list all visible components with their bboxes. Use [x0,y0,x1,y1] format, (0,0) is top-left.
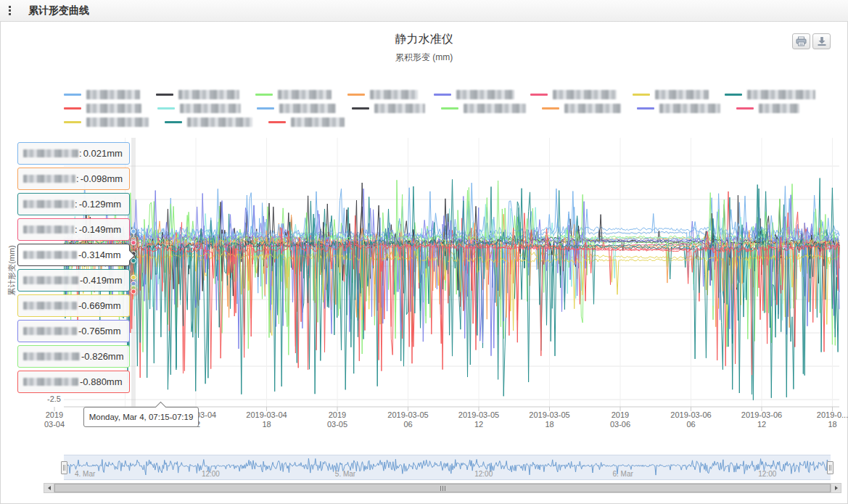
date-range-tooltip: Monday, Mar 4, 07:15-07:19 [83,407,199,427]
scrollbar-left-arrow[interactable] [44,484,54,492]
navigator-label: 12:00 [758,470,776,478]
series-tooltip-box: -0.765mm [17,320,130,342]
tooltip-separator: : [75,199,78,210]
navigator[interactable]: 4. Mar12:005. Mar12:006. Mar12:00 [64,455,831,480]
tooltip-value: -0.765mm [78,326,121,336]
series-tooltip-box: :-0.129mm [17,193,130,215]
tooltip-value: -0.149mm [79,224,122,235]
tooltip-value: -0.669mm [78,300,121,311]
navigator-series [64,455,831,479]
series-tooltip-box: :-0.149mm [17,218,130,241]
tooltip-value: -0.880mm [80,376,123,387]
series-tooltip-box: -0.880mm [17,371,130,393]
navigator-label: 12:00 [202,470,220,478]
x-axis-label: 2019-03-0512 [445,410,512,429]
series-tooltip-box: -0.314mm [17,244,130,266]
series-tooltip-box: -0.669mm [17,294,130,317]
horizontal-scrollbar[interactable] [44,483,841,493]
navigator-label: 12:00 [474,470,493,478]
scrollbar-thumb[interactable] [54,484,831,492]
tooltip-label-blurred [23,226,74,234]
x-axis-label: 2019-03-0418 [234,410,300,429]
tooltip-separator: : [76,173,79,184]
series-tooltip-box: -0.826mm [17,345,130,368]
navigator-label: 4. Mar [75,470,95,478]
tooltip-label-blurred [23,149,78,157]
date-range-text: Monday, Mar 4, 07:15-07:19 [89,413,194,421]
tooltip-value: -0.826mm [81,351,124,362]
navigator-right-handle[interactable] [827,461,833,474]
x-axis-label: 201903-04 [21,410,88,429]
left-arrow-icon [48,486,51,490]
x-axis-label: 201903-05 [304,410,371,429]
tooltip-label-blurred [23,175,75,183]
tooltip-separator: : [79,148,82,159]
tooltip-label-blurred [23,352,80,360]
series-tooltip-box: -0.419mm [17,269,130,292]
navigator-label: 6. Mar [612,470,633,478]
tooltip-value: -0.419mm [80,275,123,286]
tooltip-label-blurred [23,302,77,310]
navigator-label: 5. Mar [335,470,355,478]
x-axis-label: 2019-03-0606 [658,410,725,429]
tooltip-label-blurred [23,327,77,335]
scrollbar-right-arrow[interactable] [831,484,841,492]
x-axis-label: 2019-03-0518 [516,410,583,429]
tooltip-value: -0.098mm [81,173,123,184]
navigator-left-handle[interactable] [61,461,67,474]
tooltip-label-blurred [23,251,77,259]
tooltip-value: -0.314mm [78,249,121,260]
x-axis-label: 2019-03-0612 [728,410,795,429]
tooltip-label-blurred [23,200,74,208]
tooltip-label-blurred [23,276,78,284]
tooltip-label-blurred [23,378,78,386]
tooltip-separator: : [75,224,78,235]
series-tooltip-box: :0.021mm [17,142,130,165]
y-axis-title: 累计形变(mm) [7,228,17,313]
x-axis-label: 2019-0...18 [799,410,848,429]
right-arrow-icon [835,486,838,490]
tooltip-value: 0.021mm [83,148,123,159]
series-tooltip-box: :-0.098mm [17,168,130,190]
x-axis-label: 2019-03-0506 [375,410,442,429]
x-axis-label: 201903-06 [587,410,654,429]
tooltip-value: -0.129mm [79,199,122,210]
y-axis-tick-label: -2.5 [33,394,61,403]
